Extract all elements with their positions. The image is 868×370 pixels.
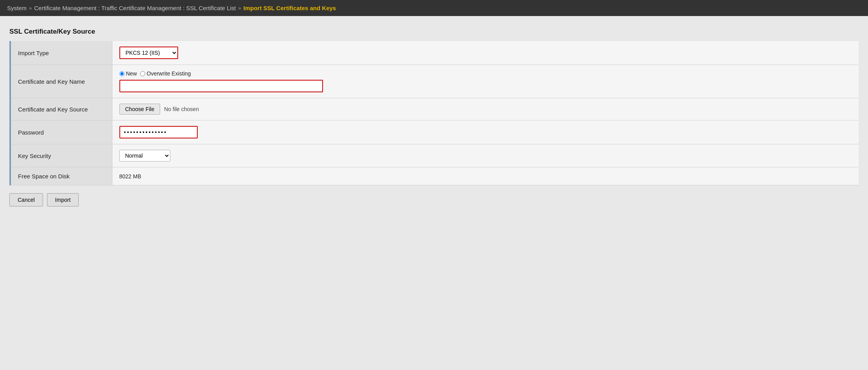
radio-overwrite[interactable] [140,71,145,76]
cert-key-name-value-cell: New Overwrite Existing Contoso_SAML_Cert [112,65,859,98]
password-value-cell [112,120,859,144]
import-type-label: Import Type [10,41,112,65]
radio-overwrite-label[interactable]: Overwrite Existing [140,70,191,77]
key-security-value-cell: Normal High [112,144,859,167]
password-input[interactable] [119,126,198,138]
breadcrumb-sep2: » [238,5,241,11]
import-type-row: Import Type Regular PKCS 12 (IIS) PKCS 7… [10,41,859,65]
password-row: Password [10,120,859,144]
no-file-text: No file chosen [164,106,199,112]
cert-key-source-value-cell: Choose File No file chosen [112,98,859,120]
radio-new[interactable] [119,71,125,76]
main-content: SSL Certificate/Key Source Import Type R… [0,16,868,216]
password-label: Password [10,120,112,144]
cert-key-source-row: Certificate and Key Source Choose File N… [10,98,859,120]
footer-buttons: Cancel Import [9,193,859,207]
free-space-value-cell: 8022 MB [112,167,859,185]
radio-new-label[interactable]: New [119,70,137,77]
key-security-row: Key Security Normal High [10,144,859,167]
file-row: Choose File No file chosen [119,104,852,115]
key-security-select[interactable]: Normal High [119,150,170,162]
cancel-button[interactable]: Cancel [9,193,43,207]
breadcrumb-system: System [7,5,27,11]
breadcrumb-sep1: » [29,5,32,11]
section-title: SSL Certificate/Key Source [9,28,859,36]
cert-key-name-row: Certificate and Key Name New Overwrite E… [10,65,859,98]
radio-new-text: New [126,70,137,77]
free-space-text: 8022 MB [119,173,141,180]
import-type-select[interactable]: Regular PKCS 12 (IIS) PKCS 7 PEM [119,47,178,59]
free-space-row: Free Space on Disk 8022 MB [10,167,859,185]
import-type-value-cell: Regular PKCS 12 (IIS) PKCS 7 PEM [112,41,859,65]
free-space-label: Free Space on Disk [10,167,112,185]
cert-name-input[interactable]: Contoso_SAML_Cert [119,80,323,92]
form-table: Import Type Regular PKCS 12 (IIS) PKCS 7… [9,41,859,185]
cert-key-source-label: Certificate and Key Source [10,98,112,120]
breadcrumb-cert-mgmt: Certificate Management : Traffic Certifi… [34,5,236,11]
breadcrumb-current: Import SSL Certificates and Keys [244,5,336,11]
breadcrumb: System » Certificate Management : Traffi… [0,0,868,16]
cert-key-name-label: Certificate and Key Name [10,65,112,98]
choose-file-button[interactable]: Choose File [119,104,161,115]
radio-row: New Overwrite Existing [119,70,852,77]
import-button[interactable]: Import [47,193,79,207]
key-security-label: Key Security [10,144,112,167]
radio-overwrite-text: Overwrite Existing [147,70,191,77]
